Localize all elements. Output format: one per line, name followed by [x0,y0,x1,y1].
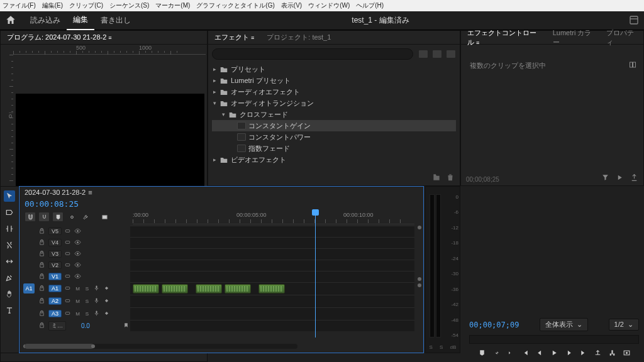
share-icon[interactable] [630,173,638,183]
type-tool[interactable] [4,305,15,316]
track-content[interactable] [130,226,414,237]
toggle-track-output-icon[interactable] [64,261,72,269]
lock-icon[interactable] [38,310,46,317]
play-button[interactable] [550,349,558,358]
program-timecode[interactable]: 00;00;07;09 [469,321,519,329]
ripple-edit-tool[interactable] [4,223,15,234]
snap-button[interactable] [25,212,36,222]
track-content[interactable] [130,260,414,271]
eye-icon[interactable] [74,228,82,235]
tab-project[interactable]: プロジェクト: test_1 [260,31,337,44]
voice-over-icon[interactable] [93,285,101,292]
menu-edit[interactable]: 編集(E) [42,1,63,10]
lock-icon[interactable] [38,250,46,258]
toggle-track-output-icon[interactable] [64,239,72,246]
mark-in-button[interactable] [492,349,501,358]
selection-tool[interactable] [4,190,15,202]
track-label[interactable]: V5 [48,228,62,235]
settings-button[interactable] [66,212,77,222]
menu-graphics[interactable]: グラフィックとタイトル(G) [196,1,274,10]
mute-button[interactable]: M [74,311,81,317]
mix-label[interactable]: ミ… [48,321,66,331]
tab-program[interactable]: プログラム: 2024-07-30 21-28-2≡ [1,31,118,44]
mute-button[interactable]: M [74,286,81,292]
go-to-out-button[interactable] [579,349,587,358]
tab-import[interactable]: 読み込み [24,11,67,30]
track-label[interactable]: A2 [48,297,62,305]
meter-solo-r[interactable]: S [440,344,443,350]
toggle-track-output-icon[interactable] [64,273,72,280]
menu-help[interactable]: ヘルプ(H) [356,1,384,10]
menu-view[interactable]: 表示(V) [281,1,302,10]
audio-clip[interactable] [196,284,222,293]
tree-item[interactable]: ▾オーディオトランジション [212,97,456,109]
toggle-track-output-icon[interactable] [64,228,72,235]
delete-icon[interactable] [446,173,455,183]
lock-icon[interactable] [38,261,46,269]
keyframe-icon[interactable] [103,285,111,292]
keyframe-icon[interactable] [103,297,111,305]
track-select-tool[interactable] [4,207,15,218]
tab-effects[interactable]: エフェクト≡ [208,31,260,44]
eye-icon[interactable] [74,273,82,280]
mix-value[interactable]: 0.0 [81,322,90,329]
sequence-name[interactable]: 2024-07-30 21-28-2 [25,189,86,196]
solo-button[interactable]: S [84,311,91,317]
razor-tool[interactable] [4,239,15,251]
track-label[interactable]: V3 [48,250,62,258]
track-label[interactable]: A3 [48,310,62,317]
tree-item[interactable]: コンスタントパワー [212,131,456,143]
track-content[interactable] [130,271,414,282]
eye-icon[interactable] [74,261,82,269]
timeline-ruler[interactable]: :00:0000:00:05:0000:00:10:00 [133,211,414,224]
hand-tool[interactable] [4,288,15,300]
toggle-track-output-icon[interactable] [64,285,72,292]
lock-icon[interactable] [38,322,46,329]
tree-item[interactable]: コンスタントゲイン [212,120,456,131]
track-content[interactable] [130,295,414,307]
tree-item[interactable]: ▸プリセット [212,63,456,75]
zoom-select[interactable]: 1/2 ⌄ [609,319,639,331]
mute-button[interactable]: M [74,299,81,304]
go-to-in-button[interactable] [521,349,530,358]
track-content[interactable] [130,237,414,248]
lock-icon[interactable] [38,285,46,292]
effects-tree[interactable]: ▸プリセット▸Lumetri プリセット▸オーディオエフェクト▾オーディオトラン… [212,63,456,165]
menu-marker[interactable]: マーカー(M) [155,1,190,10]
tree-item[interactable]: ▸オーディオエフェクト [212,86,456,97]
source-patch[interactable]: A1 [23,283,35,293]
pen-tool[interactable] [4,272,15,283]
track-content[interactable] [130,248,414,260]
menu-sequence[interactable]: シーケンス(S) [109,1,149,10]
step-fwd-button[interactable] [565,349,573,358]
menu-clip[interactable]: クリップ(C) [69,1,103,10]
audio-clip[interactable] [133,284,159,293]
new-bin-icon[interactable] [432,173,441,183]
lock-icon[interactable] [38,228,46,235]
ec-layout-icon[interactable] [628,61,637,70]
wrench-button[interactable] [80,212,91,222]
eye-icon[interactable] [74,239,82,246]
lock-icon[interactable] [38,273,46,280]
audio-clip[interactable] [162,284,188,293]
workspace-icon[interactable] [624,15,639,26]
track-label[interactable]: V2 [48,261,62,269]
track-content[interactable] [130,307,414,320]
eye-icon[interactable] [74,250,82,258]
effects-filter-icon-3[interactable] [446,50,456,58]
keyframe-icon[interactable] [103,310,111,317]
solo-button[interactable]: S [84,299,91,304]
tree-item[interactable]: 指数フェード [212,143,456,154]
track-label[interactable]: A1 [48,285,62,292]
step-back-button[interactable] [536,349,544,358]
linked-selection-button[interactable] [38,212,50,222]
effects-filter-icon-1[interactable] [418,50,428,58]
play-only-icon[interactable] [616,173,624,183]
toggle-track-output-icon[interactable] [64,250,72,258]
tree-item[interactable]: ▸Lumetri プリセット [212,75,456,86]
lift-button[interactable] [594,349,602,358]
lock-icon[interactable] [38,239,46,246]
program-scrub-bar[interactable] [469,335,639,344]
tab-export[interactable]: 書き出し [94,11,137,30]
track-label[interactable]: V1 [48,273,62,280]
